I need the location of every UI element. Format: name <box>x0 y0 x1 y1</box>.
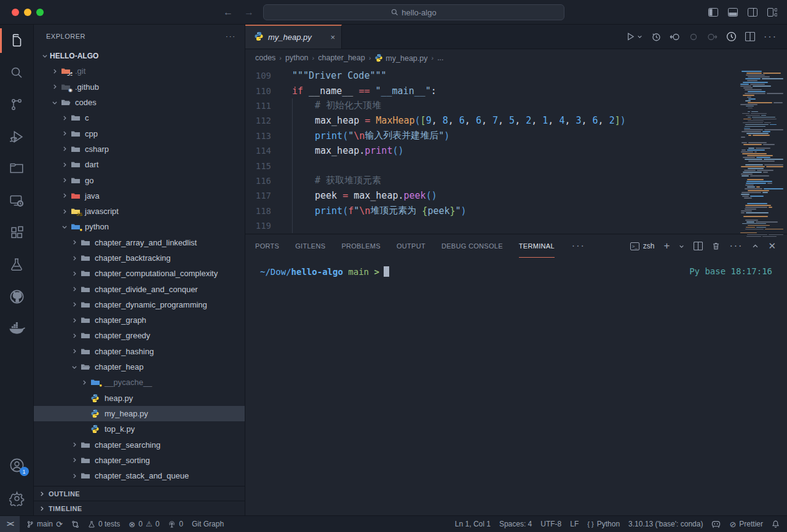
tree-item-cpp[interactable]: cpp <box>34 125 245 141</box>
editor-more-actions-icon[interactable]: ··· <box>764 31 777 42</box>
problems-status[interactable]: ⊗ 0 ⚠ 0 <box>124 516 164 532</box>
terminal[interactable]: ~/Dow/hello-algo main > Py base 18:17:16 <box>245 258 787 515</box>
minimap[interactable] <box>739 69 783 238</box>
breadcrumb-item[interactable]: codes <box>255 54 275 62</box>
activity-folder-view[interactable] <box>0 153 34 185</box>
git-branch-status[interactable]: main ⟳ <box>22 516 67 532</box>
tree-item-chapter-computational-complexity[interactable]: chapter_computational_complexity <box>34 266 245 281</box>
file-history-icon[interactable] <box>651 32 661 42</box>
customize-layout-icon[interactable] <box>767 8 777 17</box>
code-line-112[interactable]: 112max_heap = MaxHeap([9, 8, 6, 6, 7, 5,… <box>245 113 787 128</box>
notifications-bell[interactable] <box>767 516 787 532</box>
tree-item-chapter-backtracking[interactable]: chapter_backtracking <box>34 250 245 266</box>
test-status[interactable]: 0 tests <box>84 516 124 532</box>
code-line-116[interactable]: 116# 获取堆顶元素 <box>245 173 787 188</box>
command-center-search[interactable]: hello-algo <box>263 4 564 20</box>
tree-item-go[interactable]: go <box>34 172 245 188</box>
activity-remote-explorer[interactable] <box>0 185 34 216</box>
git-graph-compare[interactable] <box>67 516 84 532</box>
tree-item-chapter-graph[interactable]: chapter_graph <box>34 312 245 328</box>
breadcrumb-item[interactable]: ... <box>437 54 443 62</box>
tree-item-my-heap-py[interactable]: my_heap.py <box>34 406 245 421</box>
code-line-109[interactable]: 109"""Driver Code""" <box>245 68 787 83</box>
close-window-button[interactable] <box>12 9 19 16</box>
split-terminal-icon[interactable] <box>694 242 703 250</box>
python-interpreter[interactable]: 3.10.13 ('base': conda) <box>624 516 707 532</box>
tree-item-hello-algo[interactable]: HELLO-ALGO <box>34 48 245 63</box>
tree-item-c[interactable]: c <box>34 110 245 125</box>
chevron-down-icon[interactable] <box>637 34 643 39</box>
activity-search[interactable] <box>0 57 34 89</box>
activity-extensions[interactable] <box>0 216 34 248</box>
tree-item--github[interactable]: ◉.github <box>34 79 245 95</box>
timeline-section[interactable]: TIMELINE <box>34 501 245 515</box>
breadcrumb-item[interactable]: my_heap.py <box>374 54 427 63</box>
tree-item-top-k-py[interactable]: top_k.py <box>34 421 245 437</box>
activity-explorer[interactable] <box>0 25 34 57</box>
previous-change-icon[interactable] <box>689 32 698 42</box>
activity-github[interactable] <box>0 280 34 312</box>
git-graph-button[interactable]: Git Graph <box>188 516 228 532</box>
cursor-position[interactable]: Ln 1, Col 1 <box>451 516 495 532</box>
minimize-window-button[interactable] <box>24 9 31 16</box>
tree-item-javascript[interactable]: JSjavascript <box>34 204 245 219</box>
code-line-118[interactable]: 118print(f"\n堆顶元素为 {peek}") <box>245 204 787 218</box>
tree-item-chapter-searching[interactable]: chapter_searching <box>34 437 245 452</box>
activity-settings[interactable] <box>0 481 34 515</box>
window-controls[interactable] <box>12 9 44 16</box>
eol-status[interactable]: LF <box>566 516 583 532</box>
copilot-status[interactable] <box>707 516 725 532</box>
toggle-sidebar-icon[interactable] <box>708 8 718 17</box>
code-line-114[interactable]: 114max_heap.print() <box>245 143 787 158</box>
language-mode[interactable]: { } Python <box>583 516 624 532</box>
activity-source-control[interactable] <box>0 89 34 121</box>
tree-item-heap-py[interactable]: heap.py <box>34 391 245 406</box>
tree-item-java[interactable]: java <box>34 188 245 204</box>
split-editor-icon[interactable] <box>745 32 755 41</box>
navigate-back-icon[interactable]: ← <box>223 7 233 18</box>
panel-tab-ports[interactable]: PORTS <box>255 234 279 258</box>
explorer-more-actions-icon[interactable]: ··· <box>226 33 236 40</box>
outline-section[interactable]: OUTLINE <box>34 486 245 501</box>
run-python-file-button[interactable] <box>626 32 643 41</box>
tree-item-chapter-sorting[interactable]: chapter_sorting <box>34 453 245 468</box>
kill-terminal-icon[interactable] <box>712 242 720 250</box>
code-line-115[interactable]: 115 <box>245 158 787 173</box>
terminal-shell-item[interactable]: >_ zsh <box>630 242 655 250</box>
activity-testing[interactable] <box>0 248 34 280</box>
tree-item-dart[interactable]: dart <box>34 157 245 172</box>
code-line-119[interactable]: 119 <box>245 218 787 233</box>
maximize-window-button[interactable] <box>36 9 44 16</box>
encoding-status[interactable]: UTF-8 <box>536 516 566 532</box>
toggle-secondary-sidebar-icon[interactable] <box>748 8 757 17</box>
navigate-forward-icon[interactable]: → <box>244 7 254 18</box>
tree-item-python[interactable]: ●python <box>34 219 245 234</box>
tree-item-chapter-dynamic-programming[interactable]: chapter_dynamic_programming <box>34 297 245 312</box>
panel-tab-terminal[interactable]: TERMINAL <box>519 234 555 258</box>
panel-more-actions-icon[interactable]: ··· <box>729 240 743 252</box>
tree-item-codes[interactable]: codes <box>34 95 245 110</box>
next-change-icon[interactable] <box>707 32 718 42</box>
new-terminal-icon[interactable]: + <box>664 240 670 252</box>
maximize-panel-icon[interactable] <box>752 243 759 250</box>
code-line-117[interactable]: 117peek = max_heap.peek() <box>245 188 787 203</box>
terminal-dropdown-icon[interactable] <box>679 244 684 249</box>
ports-status[interactable]: 0 <box>164 516 188 532</box>
panel-tabs-overflow-icon[interactable]: ··· <box>572 240 585 252</box>
close-tab-icon[interactable]: × <box>330 33 335 42</box>
tree-item-chapter-heap[interactable]: chapter_heap <box>34 359 245 375</box>
panel-tab-gitlens[interactable]: GITLENS <box>295 234 325 258</box>
tree-item--pycache-[interactable]: ●__pycache__ <box>34 375 245 390</box>
prettier-status[interactable]: ⊘ Prettier <box>725 516 767 532</box>
code-line-110[interactable]: 110if __name__ == "__main__": <box>245 83 787 98</box>
breadcrumb-item[interactable]: chapter_heap <box>318 54 365 62</box>
code-line-113[interactable]: 113print("\n输入列表并建堆后") <box>245 129 787 143</box>
tree-item--git[interactable]: ⎇.git <box>34 63 245 79</box>
remote-indicator[interactable]: >< <box>0 516 20 532</box>
tree-item-chapter-stack-and-queue[interactable]: chapter_stack_and_queue <box>34 468 245 483</box>
panel-tab-output[interactable]: OUTPUT <box>397 234 425 258</box>
close-panel-icon[interactable]: ✕ <box>768 240 776 252</box>
toggle-panel-icon[interactable] <box>728 8 738 17</box>
code-line-111[interactable]: 111# 初始化大顶堆 <box>245 98 787 113</box>
activity-accounts[interactable]: 1 <box>0 449 34 481</box>
